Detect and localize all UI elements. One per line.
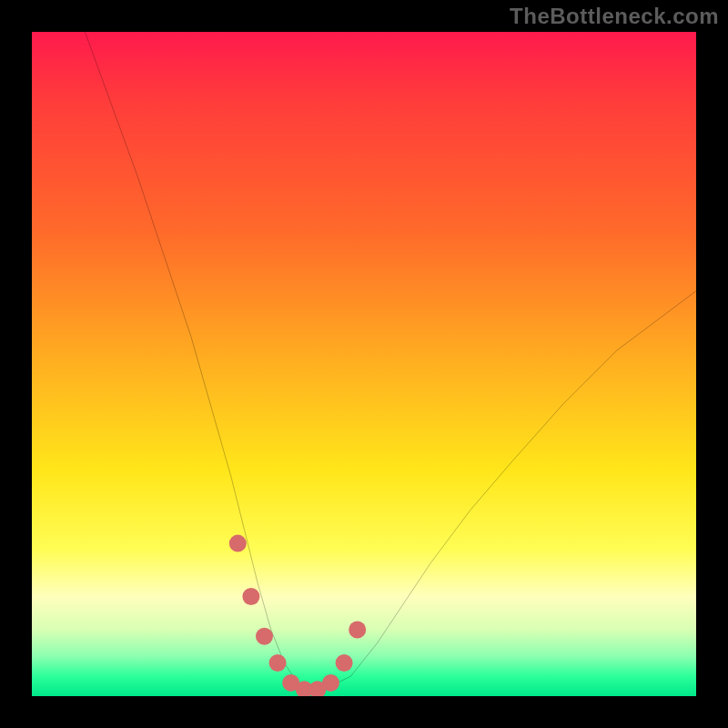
bottleneck-curve bbox=[85, 32, 696, 690]
highlight-dot bbox=[322, 674, 339, 692]
highlight-dot bbox=[256, 628, 273, 645]
curve-layer bbox=[32, 32, 696, 696]
highlight-dot bbox=[349, 622, 366, 639]
highlight-dot bbox=[242, 588, 259, 605]
highlight-dot bbox=[269, 654, 287, 672]
highlight-dot bbox=[336, 654, 353, 672]
minimum-band-markers bbox=[229, 535, 366, 696]
highlight-dot bbox=[229, 535, 247, 552]
chart-frame: TheBottleneck.com bbox=[0, 0, 728, 728]
plot-area bbox=[32, 32, 696, 696]
watermark-text: TheBottleneck.com bbox=[510, 4, 719, 29]
